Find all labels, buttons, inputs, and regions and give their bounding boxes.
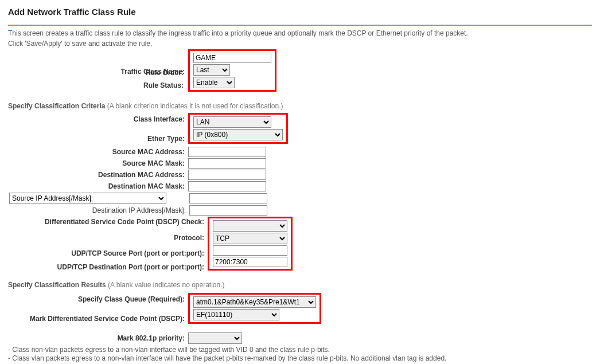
label-dst-mac-mask: Destination MAC Mask: — [8, 181, 187, 192]
results-section-hint: (A blank value indicates no operation.) — [106, 281, 225, 289]
ether-type-select[interactable]: IP (0x800) — [193, 129, 283, 140]
criteria-section-title: Specify Classification Criteria — [8, 102, 105, 110]
label-src-mac-mask: Source MAC Mask: — [8, 158, 187, 169]
highlight-interface-ether: LAN IP (0x800) — [188, 113, 288, 144]
label-dst-ip: Destination IP Address[/Mask]: — [8, 205, 188, 216]
src-ip-input[interactable] — [189, 193, 267, 203]
dst-ip-input[interactable] — [189, 205, 267, 216]
criteria-section-hint: (A blank criterion indicates it is not u… — [105, 102, 283, 110]
label-class-queue: Specify Class Queue (Required): — [8, 292, 187, 306]
highlight-proto-ports: TCP — [208, 217, 293, 271]
label-src-port: UDP/TCP Source Port (port or port:port): — [8, 244, 207, 259]
dscp-check-select[interactable] — [213, 220, 287, 232]
class-interface-select[interactable]: LAN — [193, 116, 271, 128]
src-ip-mode-select[interactable]: Source IP Address[/Mask]: — [9, 193, 166, 204]
intro-line-2: Click 'Save/Apply' to save and activate … — [8, 40, 592, 48]
label-rule-status: Rule Status: — [8, 81, 184, 89]
dst-mac-input[interactable] — [188, 170, 266, 180]
note-2: - Class vlan packets egress to a non-vla… — [8, 354, 592, 363]
note-1: - Class non-vlan packets egress to a non… — [8, 346, 592, 354]
label-dst-port: UDP/TCP Destination Port (port or port:p… — [8, 259, 207, 273]
intro-line-1: This screen creates a traffic class rule… — [8, 29, 592, 37]
protocol-select[interactable]: TCP — [213, 233, 287, 244]
label-mark-dscp: Mark Differentiated Service Code Point (… — [8, 306, 187, 326]
dst-port-input[interactable] — [213, 257, 287, 267]
label-ether-type: Ether Type: — [8, 126, 187, 146]
highlight-top-group: Last Enable — [188, 49, 276, 92]
mark-dscp-select[interactable]: EF(101110) — [193, 309, 279, 320]
label-dst-mac: Destination MAC Address: — [8, 169, 187, 181]
label-mark-8021p: Mark 802.1p priority: — [8, 332, 187, 345]
traffic-class-name-input[interactable] — [193, 53, 271, 63]
highlight-queue-dscp: atm0.1&Path0&Key35&Pre1&Wt1 EF(101110) — [188, 293, 321, 324]
dst-mac-mask-input[interactable] — [188, 181, 266, 191]
mark-8021p-select[interactable] — [188, 332, 242, 344]
rule-order-select[interactable]: Last — [193, 64, 230, 76]
src-mac-mask-input[interactable] — [188, 158, 266, 169]
label-class-interface: Class Interface: — [8, 112, 187, 126]
rule-status-select[interactable]: Enable — [193, 77, 235, 88]
label-src-mac: Source MAC Address: — [8, 146, 187, 158]
label-rule-order: Rule Order: — [8, 69, 184, 77]
label-dscp-check: Differentiated Service Code Point (DSCP)… — [8, 216, 207, 228]
class-queue-select[interactable]: atm0.1&Path0&Key35&Pre1&Wt1 — [193, 296, 316, 308]
results-section-title: Specify Classification Results — [8, 281, 106, 289]
src-mac-input[interactable] — [188, 147, 266, 157]
divider-top — [8, 25, 592, 26]
label-protocol: Protocol: — [8, 228, 207, 244]
page-title: Add Network Traffic Class Rule — [8, 7, 592, 17]
src-port-input[interactable] — [213, 245, 287, 256]
